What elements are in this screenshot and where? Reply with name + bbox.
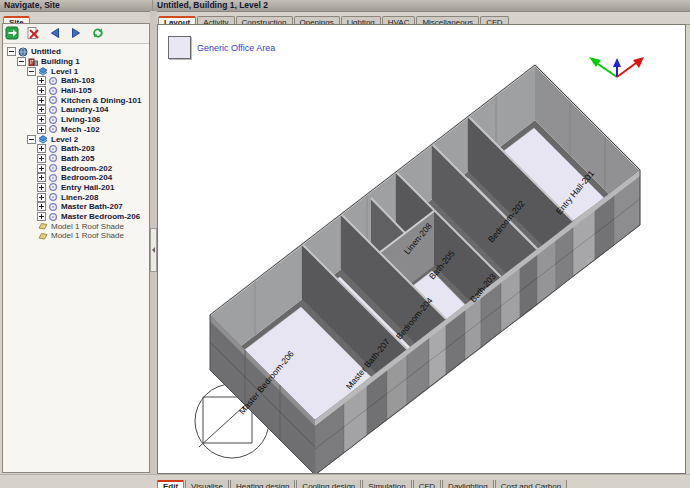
navigator-toolbar (3, 24, 149, 44)
screen-tab-edit[interactable]: Edit (157, 480, 184, 488)
tree-item-label: Living-106 (61, 115, 101, 124)
tree-item-label: Model 1 Roof Shade (51, 231, 124, 240)
tree-item-bedroom-204[interactable]: Bedroom-204 (5, 173, 149, 183)
forward-icon[interactable] (69, 26, 83, 40)
zone-icon (48, 95, 58, 105)
zone-icon (48, 125, 58, 135)
tree-item-untitled[interactable]: Untitled (5, 47, 149, 57)
tree-item-label: Hall-105 (61, 86, 92, 95)
zone-icon (48, 115, 58, 125)
tree-item-label: Bedroom-202 (61, 164, 112, 173)
tree-item-label: Model 1 Roof Shade (51, 222, 124, 231)
zone-icon (48, 212, 58, 222)
legend-swatch (168, 36, 191, 59)
tree-item-bath-103[interactable]: Bath-103 (5, 76, 149, 86)
tree-item-label: Level 2 (51, 135, 78, 144)
model-data-tabbar: LayoutActivityConstructionOpeningsLighti… (158, 11, 690, 25)
legend: Generic Office Area (168, 36, 275, 59)
expand-icon[interactable] (37, 105, 46, 114)
screen-tab-cost-and-carbon[interactable]: Cost and Carbon (495, 480, 567, 488)
screen-tab-simulation[interactable]: Simulation (362, 480, 411, 488)
tree-item-model-1-roof-shade[interactable]: Model 1 Roof Shade (5, 221, 149, 231)
tree-item-hall-105[interactable]: Hall-105 (5, 86, 149, 96)
go-icon[interactable] (5, 26, 19, 40)
zone-icon (48, 163, 58, 173)
model-edit-canvas[interactable]: Master Bedroom-206 Master Bath-207 Bedro… (157, 24, 686, 474)
expand-icon[interactable] (37, 173, 46, 182)
tree-item-living-106[interactable]: Living-106 (5, 115, 149, 125)
tree-indent-spacer (27, 231, 36, 240)
screen-tab-cfd[interactable]: CFD (413, 480, 441, 488)
tree-item-label: Kitchen & Dining-101 (61, 96, 141, 105)
level-icon (38, 66, 48, 76)
refresh-icon[interactable] (91, 26, 105, 40)
shade-icon (38, 221, 48, 231)
zone-icon (48, 76, 58, 86)
tree-item-label: Master Bedroom-206 (61, 212, 140, 221)
zone-icon (48, 154, 58, 164)
tree-item-label: Building 1 (41, 57, 80, 66)
collapse-icon[interactable] (17, 57, 26, 66)
zone-icon (48, 105, 58, 115)
expand-icon[interactable] (37, 164, 46, 173)
shade-icon (38, 231, 48, 241)
expand-icon[interactable] (37, 193, 46, 202)
tree-item-mech-102[interactable]: Mech -102 (5, 125, 149, 135)
expand-icon[interactable] (37, 212, 46, 221)
tree-item-laundry-104[interactable]: Laundry-104 (5, 105, 149, 115)
tree-item-label: Laundry-104 (61, 105, 109, 114)
tree-item-master-bath-207[interactable]: Master Bath-207 (5, 202, 149, 212)
tree-item-level-2[interactable]: Level 2 (5, 134, 149, 144)
tree-item-kitchen-dining-101[interactable]: Kitchen & Dining-101 (5, 95, 149, 105)
tree-item-label: Bedroom-204 (61, 173, 112, 182)
tree-item-label: Level 1 (51, 67, 78, 76)
zone-icon (48, 173, 58, 183)
collapse-icon[interactable] (27, 67, 36, 76)
expand-icon[interactable] (37, 115, 46, 124)
screen-tab-daylighting[interactable]: Daylighting (442, 480, 494, 488)
collapse-icon[interactable] (27, 135, 36, 144)
tree-item-label: Bath 205 (61, 154, 94, 163)
expand-icon[interactable] (37, 125, 46, 134)
zone-icon (48, 192, 58, 202)
tree-item-level-1[interactable]: Level 1 (5, 66, 149, 76)
tree-item-linen-208[interactable]: Linen-208 (5, 192, 149, 202)
axis-triad-icon (589, 57, 644, 77)
collapse-icon[interactable] (7, 47, 16, 56)
expand-icon[interactable] (37, 202, 46, 211)
splitter-collapse-handle[interactable] (150, 228, 157, 272)
panel-splitter[interactable] (150, 11, 157, 488)
screen-tabbar: EditVisualiseHeating designCooling desig… (0, 474, 690, 488)
building-icon (28, 57, 38, 67)
application-window: Navigate, Site Untitled, Building 1, Lev… (0, 0, 690, 488)
screen-tab-heating-design[interactable]: Heating design (230, 480, 295, 488)
tree-item-bath-203[interactable]: Bath-203 (5, 144, 149, 154)
building-geometry (210, 65, 640, 473)
expand-icon[interactable] (37, 144, 46, 153)
model-3d-view[interactable]: Master Bedroom-206 Master Bath-207 Bedro… (158, 25, 685, 473)
zone-icon (48, 202, 58, 212)
tree-item-bedroom-202[interactable]: Bedroom-202 (5, 163, 149, 173)
expand-icon[interactable] (37, 96, 46, 105)
expand-icon[interactable] (37, 86, 46, 95)
tree-item-model-1-roof-shade[interactable]: Model 1 Roof Shade (5, 231, 149, 241)
expand-icon[interactable] (37, 76, 46, 85)
tree-item-label: Linen-208 (61, 193, 98, 202)
site-tree: UntitledBuilding 1Level 1Bath-103Hall-10… (3, 44, 149, 241)
expand-icon[interactable] (37, 183, 46, 192)
tree-item-master-bedroom-206[interactable]: Master Bedroom-206 (5, 212, 149, 222)
tree-item-bath-205[interactable]: Bath 205 (5, 154, 149, 164)
expand-icon[interactable] (37, 154, 46, 163)
tree-item-label: Bath-103 (61, 76, 95, 85)
tree-item-entry-hall-201[interactable]: Entry Hall-201 (5, 183, 149, 193)
tree-item-building-1[interactable]: Building 1 (5, 57, 149, 67)
tree-item-label: Master Bath-207 (61, 202, 123, 211)
screen-tab-cooling-design[interactable]: Cooling design (296, 480, 361, 488)
delete-icon[interactable] (26, 26, 40, 40)
tree-item-label: Untitled (31, 47, 61, 56)
zone-icon (48, 144, 58, 154)
screen-tab-visualise[interactable]: Visualise (185, 480, 229, 488)
tree-item-label: Bath-203 (61, 144, 95, 153)
back-icon[interactable] (48, 26, 62, 40)
zone-icon (48, 86, 58, 96)
